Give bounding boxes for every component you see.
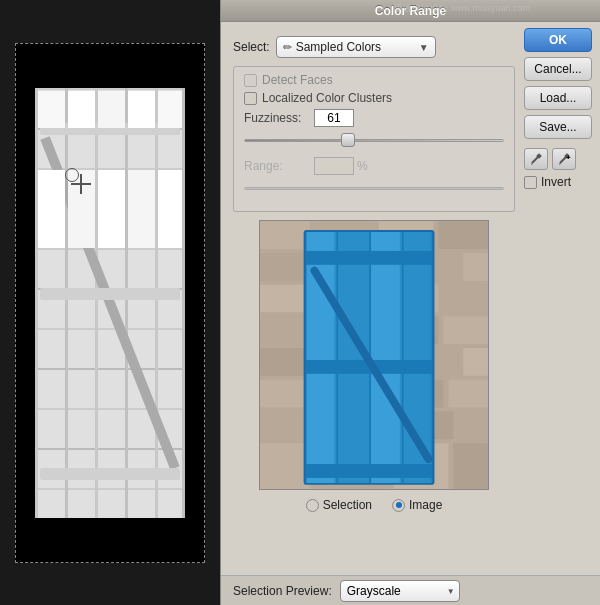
svg-rect-26: [158, 91, 182, 128]
image-radio-dot: [396, 502, 402, 508]
bottom-bar: Selection Preview: None Grayscale Black …: [221, 575, 600, 605]
localized-clusters-label: Localized Color Clusters: [262, 91, 392, 105]
svg-rect-71: [453, 443, 488, 489]
color-range-dialog: Color Range 惠远设计论坛 www.missyuan.com OK C…: [220, 0, 600, 605]
svg-rect-30: [128, 170, 155, 248]
color-preview-svg: [260, 221, 488, 489]
fuzziness-label: Fuzziness:: [244, 111, 314, 125]
svg-rect-24: [98, 91, 125, 128]
select-eyedropper-icon: ✏: [283, 41, 292, 54]
range-row: Range: %: [244, 157, 504, 175]
svg-rect-23: [68, 91, 95, 128]
svg-rect-29: [98, 170, 125, 248]
invert-row: Invert: [524, 175, 592, 189]
detect-faces-label: Detect Faces: [262, 73, 333, 87]
svg-rect-55: [443, 316, 488, 344]
svg-rect-12: [35, 88, 38, 518]
svg-rect-68: [260, 443, 310, 489]
selection-preview-select-wrapper: None Grayscale Black Matte White Matte Q…: [340, 580, 460, 602]
svg-rect-11: [35, 488, 185, 490]
detect-faces-row: Detect Faces: [244, 73, 504, 87]
invert-checkbox[interactable]: [524, 176, 537, 189]
eyedropper-icon: [529, 152, 543, 166]
select-row: Select: ✏ Sampled Colors ▼: [233, 36, 515, 58]
selection-radio-label: Selection: [323, 498, 372, 512]
grayscale-shutter-svg: [35, 88, 185, 518]
svg-rect-74: [336, 231, 338, 484]
svg-rect-51: [443, 285, 488, 313]
image-radio-item[interactable]: Image: [392, 498, 442, 512]
image-radio-circle[interactable]: [392, 499, 405, 512]
eyedropper-plus-icon: +: [557, 152, 571, 166]
svg-rect-80: [371, 231, 400, 484]
selection-preview-label: Selection Preview:: [233, 584, 332, 598]
select-dropdown-value: Sampled Colors: [296, 40, 415, 54]
svg-rect-17: [182, 88, 185, 518]
svg-rect-1: [35, 88, 185, 90]
svg-rect-13: [65, 88, 68, 518]
localized-clusters-row: Localized Color Clusters: [244, 91, 504, 105]
svg-rect-78: [307, 231, 335, 484]
svg-rect-16: [155, 88, 158, 518]
fuzziness-slider-thumb[interactable]: [341, 133, 355, 147]
svg-rect-25: [128, 91, 155, 128]
svg-rect-31: [158, 170, 182, 248]
fuzziness-row: Fuzziness:: [244, 109, 504, 127]
svg-rect-59: [463, 348, 488, 376]
percent-label: %: [357, 159, 368, 173]
load-button[interactable]: Load...: [524, 86, 592, 110]
svg-rect-63: [448, 380, 488, 408]
eyedropper-plus-button[interactable]: +: [552, 148, 576, 170]
selection-preview-select[interactable]: None Grayscale Black Matte White Matte Q…: [340, 580, 460, 602]
svg-rect-43: [438, 221, 488, 249]
watermark: 惠远设计论坛 www.missyuan.com: [394, 2, 530, 15]
image-preview-container: [15, 43, 205, 563]
radio-row: Selection Image: [233, 498, 515, 512]
svg-rect-15: [125, 88, 128, 518]
select-label: Select:: [233, 40, 270, 54]
svg-rect-8: [35, 368, 185, 370]
svg-rect-20: [40, 288, 180, 300]
range-slider-container: [244, 179, 504, 197]
select-dropdown[interactable]: ✏ Sampled Colors ▼: [276, 36, 436, 58]
cancel-button[interactable]: Cancel...: [524, 57, 592, 81]
selection-radio-item[interactable]: Selection: [306, 498, 372, 512]
detect-faces-checkbox[interactable]: [244, 74, 257, 87]
color-preview: [259, 220, 489, 490]
svg-rect-7: [35, 328, 185, 330]
ok-button[interactable]: OK: [524, 28, 592, 52]
svg-text:+: +: [566, 153, 571, 162]
selection-radio-circle[interactable]: [306, 499, 319, 512]
svg-rect-48: [260, 285, 305, 313]
side-buttons: OK Cancel... Load... Save... +: [524, 28, 592, 189]
image-radio-label: Image: [409, 498, 442, 512]
save-button[interactable]: Save...: [524, 115, 592, 139]
title-bar: Color Range 惠远设计论坛 www.missyuan.com: [221, 0, 600, 22]
localized-clusters-checkbox[interactable]: [244, 92, 257, 105]
svg-rect-47: [463, 253, 488, 281]
svg-rect-82: [305, 251, 434, 265]
invert-label: Invert: [541, 175, 571, 189]
range-slider-track: [244, 187, 504, 190]
cursor-circle: [65, 168, 79, 182]
range-label: Range:: [244, 159, 314, 173]
eyedropper-normal-button[interactable]: [524, 148, 548, 170]
svg-rect-21: [40, 468, 180, 480]
fuzziness-slider-track: [244, 139, 504, 142]
svg-rect-76: [402, 231, 404, 484]
svg-rect-40: [260, 221, 310, 249]
fuzziness-slider-container: [244, 131, 504, 149]
chevron-down-icon: ▼: [419, 42, 429, 53]
svg-rect-84: [305, 464, 434, 478]
eyedropper-tools: +: [524, 148, 592, 170]
range-input[interactable]: [314, 157, 354, 175]
svg-rect-14: [95, 88, 98, 518]
svg-rect-22: [38, 91, 65, 128]
svg-rect-27: [38, 170, 65, 248]
svg-rect-67: [458, 412, 488, 440]
fuzziness-input[interactable]: [314, 109, 354, 127]
left-panel: [0, 0, 220, 605]
svg-rect-5: [35, 248, 185, 250]
svg-rect-9: [35, 408, 185, 410]
options-group: Detect Faces Localized Color Clusters Fu…: [233, 66, 515, 212]
